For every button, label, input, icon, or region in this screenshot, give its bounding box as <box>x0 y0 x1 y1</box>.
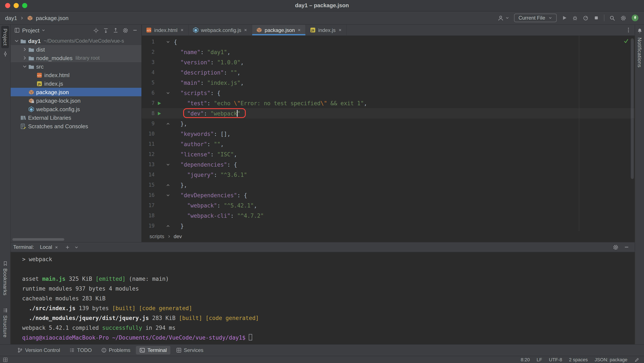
chevron-right-icon[interactable] <box>21 46 28 52</box>
zoom-window-button[interactable] <box>22 3 27 8</box>
fold-down-icon[interactable] <box>165 192 171 198</box>
tree-item-webpack-config-js[interactable]: webpack.config.js <box>11 105 142 113</box>
close-terminal-tab-icon[interactable] <box>54 245 59 250</box>
chevron-down-icon[interactable] <box>13 38 20 44</box>
fold-up-icon[interactable] <box>165 223 171 228</box>
tool-stripe-project-button[interactable]: Project <box>1 26 9 48</box>
notifications-bell-icon[interactable] <box>636 28 642 34</box>
editor-vertical-scrollbar[interactable] <box>631 38 634 179</box>
toolwindow-button-todo[interactable]: TODO <box>66 346 95 354</box>
code-line-14[interactable]: 14 "jquery": "^3.6.1" <box>142 170 635 180</box>
code-line-2[interactable]: 2 "name": "day1", <box>142 47 635 57</box>
fold-down-icon[interactable] <box>165 162 171 167</box>
terminal-options-chevron-icon[interactable] <box>74 245 79 250</box>
tool-stripe-bookmarks-button[interactable]: Bookmarks <box>1 258 9 298</box>
code-line-18[interactable]: 18 "webpack-cli": "^4.7.2" <box>142 210 635 221</box>
tool-stripe-commit-button[interactable] <box>1 48 9 60</box>
collapse-all-button[interactable] <box>112 27 119 34</box>
chevron-down-icon[interactable] <box>42 28 46 32</box>
tool-stripe-structure-button[interactable]: Structure <box>1 305 9 340</box>
nav-breadcrumb-file[interactable]: package.json <box>36 15 68 21</box>
close-tab-icon[interactable] <box>338 28 342 32</box>
code-line-17[interactable]: 17 "webpack": "^5.42.1", <box>142 200 635 210</box>
tree-item-external-libraries[interactable]: External Libraries <box>11 113 142 122</box>
toolwindow-button-problems[interactable]: Problems <box>97 346 134 354</box>
code-line-5[interactable]: 5 "main": "index.js", <box>142 78 635 88</box>
inspections-ok-icon[interactable] <box>623 38 629 44</box>
nav-breadcrumb-project[interactable]: day1 <box>5 15 17 21</box>
code-line-1[interactable]: 1{ <box>142 37 635 47</box>
code-line-8[interactable]: 8 "dev": "webpack" <box>142 108 635 118</box>
run-script-gutter-button[interactable] <box>156 110 162 116</box>
debug-button[interactable] <box>572 15 578 21</box>
chevron-down-icon[interactable] <box>21 64 28 70</box>
tree-item-scratches-and-consoles[interactable]: Scratches and Consoles <box>11 122 142 130</box>
terminal-output[interactable]: > webpackasset main.js 325 KiB [emitted]… <box>11 252 635 344</box>
tree-item-package-json[interactable]: package.json <box>11 88 142 96</box>
code-line-16[interactable]: 16 "devDependencies": { <box>142 190 635 200</box>
terminal-tab-local[interactable]: Local <box>38 244 61 250</box>
status-line-separator[interactable]: LF <box>537 357 542 362</box>
status-file-encoding[interactable]: UTF-8 <box>549 357 562 362</box>
horizontal-scrollbar[interactable] <box>12 238 64 241</box>
user-avatar[interactable] <box>631 14 639 22</box>
close-tab-icon[interactable] <box>180 28 184 32</box>
project-panel-title[interactable]: Project <box>22 27 40 34</box>
search-everywhere-button[interactable] <box>609 15 616 21</box>
toolwindow-button-services[interactable]: Services <box>172 346 207 354</box>
tool-window-switcher-icon[interactable] <box>2 357 8 362</box>
status-caret-position[interactable]: 8:20 <box>521 357 530 362</box>
breadcrumb-scripts[interactable]: scripts <box>150 234 164 240</box>
settings-button[interactable] <box>620 15 626 21</box>
breadcrumb-dev[interactable]: dev <box>174 234 182 240</box>
editor-tab-package-json[interactable]: package.json <box>252 25 306 35</box>
editor-tab-index-html[interactable]: </>index.html <box>142 25 188 35</box>
code-line-19[interactable]: 19 } <box>142 221 635 231</box>
tab-options-kebab-icon[interactable] <box>625 27 632 33</box>
fold-up-icon[interactable] <box>165 182 171 188</box>
tree-item-src[interactable]: src <box>11 62 142 71</box>
code-line-9[interactable]: 9 }, <box>142 118 635 129</box>
tool-stripe-notifications-label[interactable]: Notifications <box>636 38 642 68</box>
select-opened-file-button[interactable] <box>93 27 99 34</box>
run-button[interactable] <box>561 15 567 21</box>
run-script-gutter-button[interactable] <box>156 100 162 106</box>
code-line-15[interactable]: 15 }, <box>142 180 635 190</box>
user-menu-button[interactable] <box>498 15 510 21</box>
close-window-button[interactable] <box>5 3 10 8</box>
code-line-3[interactable]: 3 "version": "1.0.0", <box>142 57 635 67</box>
write-access-icon[interactable] <box>634 357 640 362</box>
close-tab-icon[interactable] <box>244 28 248 32</box>
tree-item-day1[interactable]: day1~/Documents/Code/VueCode/vue-s <box>11 37 142 45</box>
tree-item-package-lock-json[interactable]: package-lock.json <box>11 96 142 105</box>
new-terminal-session-button[interactable] <box>65 244 70 250</box>
stop-button[interactable] <box>593 15 599 21</box>
close-tab-icon[interactable] <box>297 28 302 32</box>
editor-tab-webpack-config-js[interactable]: webpack.config.js <box>188 25 252 35</box>
status-json-schema[interactable]: JSON: package <box>594 357 628 362</box>
status-indent-style[interactable]: 2 spaces <box>569 357 588 362</box>
toolwindow-button-terminal[interactable]: Terminal <box>136 346 170 354</box>
hide-terminal-icon[interactable] <box>624 244 630 250</box>
code-line-7[interactable]: 7 "test": "echo \"Error: no test specifi… <box>142 98 635 108</box>
code-editor[interactable]: 1{2 "name": "day1",3 "version": "1.0.0",… <box>142 36 635 231</box>
run-configuration-select[interactable]: Current File <box>514 14 557 22</box>
terminal-settings-icon[interactable] <box>612 244 619 250</box>
editor-tab-index-js[interactable]: JSindex.js <box>306 25 346 35</box>
code-line-4[interactable]: 4 "description": "", <box>142 67 635 78</box>
fold-up-icon[interactable] <box>165 121 171 126</box>
fold-down-icon[interactable] <box>165 39 171 44</box>
tree-item-index-html[interactable]: </>index.html <box>11 71 142 79</box>
code-line-6[interactable]: 6 "scripts": { <box>142 88 635 98</box>
hide-panel-icon[interactable] <box>132 27 138 33</box>
tree-item-index-js[interactable]: JSindex.js <box>11 79 142 88</box>
code-line-12[interactable]: 12 "license": "ISC", <box>142 149 635 159</box>
minimize-window-button[interactable] <box>14 3 19 8</box>
profiler-button[interactable] <box>583 15 589 21</box>
code-line-10[interactable]: 10 "keywords": [], <box>142 129 635 139</box>
code-line-13[interactable]: 13 "dependencies": { <box>142 159 635 170</box>
project-settings-icon[interactable] <box>122 27 129 34</box>
chevron-right-icon[interactable] <box>21 55 28 61</box>
code-line-11[interactable]: 11 "author": "", <box>142 139 635 149</box>
tree-item-node-modules[interactable]: node_moduleslibrary root <box>11 54 142 62</box>
